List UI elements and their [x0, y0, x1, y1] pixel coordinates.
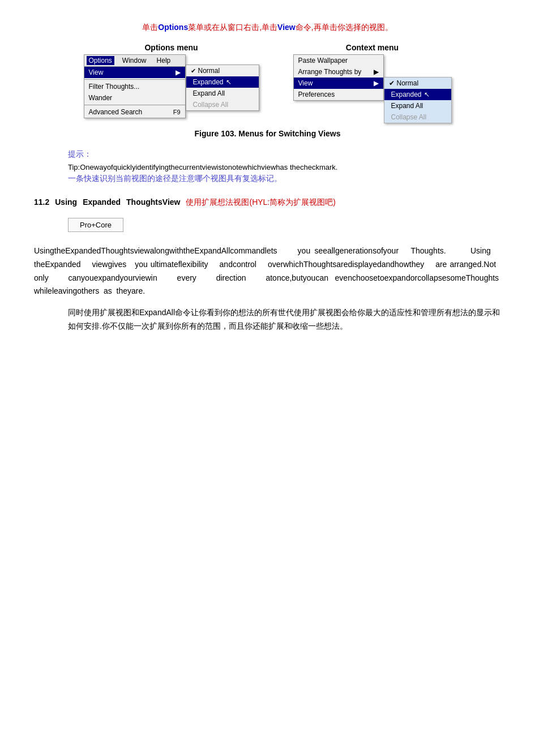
options-main-panel: Options Window Help View ▶ Filter Though…: [84, 54, 186, 118]
ctx-check-icon: ✔: [389, 79, 395, 87]
view-arrow-icon: ▶: [374, 79, 379, 87]
menu-sep2: [84, 105, 185, 105]
intro-cn1: 单击: [142, 23, 158, 32]
options-menu-section: Options menu Options Window Help View ▶ …: [84, 43, 259, 118]
intro-en2: View: [277, 23, 296, 32]
check-icon: ✔: [191, 67, 196, 75]
ctx-sub-collapse-all[interactable]: Collapse All: [384, 111, 451, 123]
options-label: Options menu: [144, 43, 198, 52]
ctx-sub-expand-all[interactable]: Expand All: [384, 100, 451, 111]
menu-bar-options[interactable]: Options: [87, 56, 114, 65]
menu-bar: Options Window Help: [84, 55, 185, 67]
tip-english: Tip:Onewayofquicklyidentifyingthecurrent…: [68, 163, 501, 171]
submenu-normal[interactable]: ✔ Normal: [186, 65, 259, 76]
section-en3: ThoughtsView: [126, 197, 180, 207]
intro-cn2: 菜单或在从窗口右击,单击: [188, 23, 277, 32]
badge-text: Pro+Core: [80, 221, 112, 229]
context-label: Context menu: [346, 43, 399, 52]
body-en-para: UsingtheExpandedThoughtsviewalongwiththe…: [34, 244, 501, 298]
menus-container: Options menu Options Window Help View ▶ …: [34, 43, 501, 123]
body-cn-text: 同时使用扩展视图和ExpandAll命令让你看到你的想法的所有世代使用扩展视图会…: [68, 308, 500, 330]
ctx-view[interactable]: View ▶: [294, 78, 383, 89]
ctx-paste-wallpaper[interactable]: Paste Wallpaper: [294, 55, 383, 66]
tip-section: 提示： Tip:Onewayofquicklyidentifyingthecur…: [68, 149, 501, 184]
section-heading-block: 11.2 Using Expanded ThoughtsView 使用扩展想法视…: [34, 197, 501, 208]
menu-item-filter[interactable]: Filter Thoughts...: [84, 81, 185, 92]
menu-bar-help[interactable]: Help: [155, 56, 173, 65]
submenu-expand-all[interactable]: Expand All: [186, 88, 259, 99]
options-menu-wrapper: Options Window Help View ▶ Filter Though…: [84, 54, 259, 118]
figure-caption: Figure 103. Menus for Switching Views: [34, 129, 501, 138]
badge-box: Pro+Core: [68, 218, 123, 232]
ctx-sub-expanded[interactable]: Expanded ↖: [384, 89, 451, 100]
menu-item-view[interactable]: View ▶: [84, 67, 185, 78]
section-en2: Expanded: [83, 197, 121, 207]
arrange-arrow-icon: ▶: [374, 68, 379, 76]
context-menu-section: Context menu Paste Wallpaper Arrange Tho…: [293, 43, 452, 123]
ctx-arrange[interactable]: Arrange Thoughts by ▶: [294, 66, 383, 78]
arrow-icon: ▶: [176, 68, 181, 76]
section-en-cn: 使用扩展想法视图(HYL:简称为扩展视图吧): [186, 197, 335, 208]
section-num: 11.2: [34, 197, 49, 207]
menu-item-wander[interactable]: Wander: [84, 92, 185, 104]
context-view-submenu: ✔ Normal Expanded ↖ Expand All Collapse …: [384, 77, 452, 123]
intro-line: 单击Options菜单或在从窗口右击,单击View命令,再单击你选择的视图。: [34, 23, 501, 33]
section-en1: Using: [55, 197, 77, 207]
submenu-expanded[interactable]: Expanded ↖: [186, 76, 259, 88]
submenu-collapse-all[interactable]: Collapse All: [186, 99, 259, 110]
intro-cn3: 命令,再单击你选择的视图。: [296, 23, 393, 32]
context-main: Paste Wallpaper Arrange Thoughts by ▶ Vi…: [293, 54, 384, 101]
ctx-preferences[interactable]: Preferences: [294, 89, 383, 100]
menu-bar-window[interactable]: Window: [120, 56, 149, 65]
context-submenu-wrapper: Paste Wallpaper Arrange Thoughts by ▶ Vi…: [293, 54, 452, 123]
body-cn-para: 同时使用扩展视图和ExpandAll命令让你看到你的想法的所有世代使用扩展视图会…: [68, 306, 501, 333]
menu-sep1: [84, 79, 185, 80]
view-submenu: ✔ Normal Expanded ↖ Expand All Collapse …: [186, 65, 259, 111]
body-en-text: UsingtheExpandedThoughtsviewalongwiththe…: [34, 246, 501, 295]
tip-chinese: 一条快速识别当前视图的途径是注意哪个视图具有复选标记。: [68, 174, 501, 184]
tip-label: 提示：: [68, 149, 501, 160]
intro-en1: Options: [158, 23, 188, 32]
ctx-sub-normal[interactable]: ✔ Normal: [384, 78, 451, 89]
menu-item-advanced[interactable]: Advanced Search F9: [84, 106, 185, 118]
